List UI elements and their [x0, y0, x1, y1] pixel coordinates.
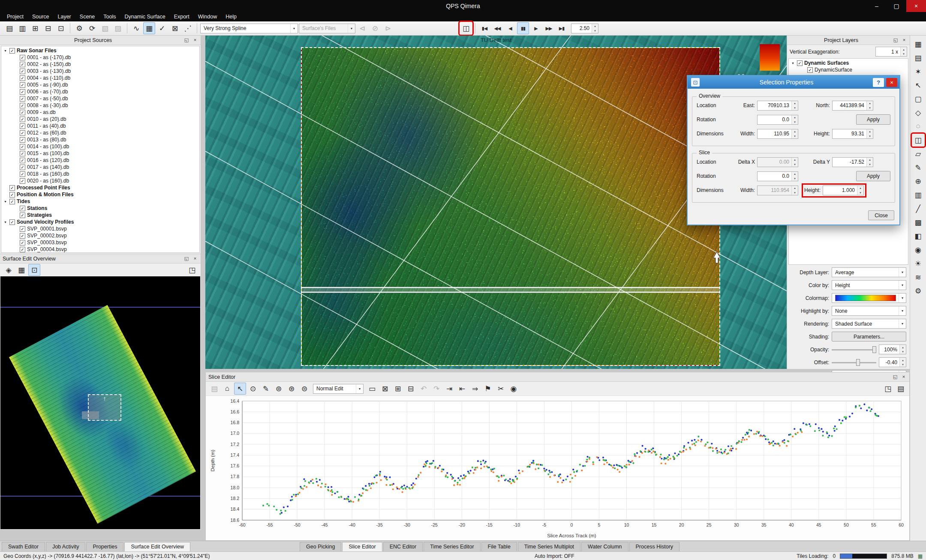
maximize-button[interactable]: ▢	[887, 0, 906, 12]
tree-item-0017-as-140-db[interactable]: ✓0017 - as (140).db	[1, 164, 199, 171]
menu-layer[interactable]: Layer	[54, 13, 75, 21]
undock-panel-icon[interactable]: ◱	[183, 256, 189, 261]
fast-forward-icon[interactable]: ▶▶	[543, 22, 555, 34]
close-button[interactable]: ×	[906, 0, 926, 12]
tab-process-history[interactable]: Process History	[629, 542, 680, 551]
tree-item-0013-as-80-db[interactable]: ✓0013 - as (80).db	[1, 136, 199, 143]
spinner-arrows-icon[interactable]: ▴▾	[857, 186, 863, 195]
cursor-tool-icon[interactable]: ↖	[912, 79, 924, 91]
undock-panel-icon[interactable]: ◱	[892, 374, 898, 380]
checkbox-icon[interactable]: ✓	[20, 233, 25, 239]
tab-enc-editor[interactable]: ENC Editor	[383, 542, 423, 551]
pick-area-icon[interactable]: ⊜	[298, 383, 310, 395]
checkbox-icon[interactable]: ✓	[20, 110, 25, 115]
spinner-arrows-icon[interactable]: ▴▾	[866, 101, 873, 110]
tab-job-activity[interactable]: Job Activity	[46, 542, 86, 551]
shift-forward-icon[interactable]: ⇥	[443, 383, 455, 395]
reject-grid-icon[interactable]: ⊞	[392, 383, 404, 395]
checkbox-icon[interactable]: ✓	[20, 89, 25, 95]
checkbox-icon[interactable]: ✓	[20, 137, 25, 143]
scissors-icon[interactable]: ✂	[495, 383, 507, 395]
slider-thumb[interactable]	[872, 346, 876, 353]
eraser-icon[interactable]: ▭	[366, 383, 378, 395]
tree-item-0020-as-160-db[interactable]: ✓0020 - as (160).db	[1, 177, 199, 184]
highlight-by-combo[interactable]: None▾	[832, 306, 906, 316]
tree-item-tides[interactable]: ▾✓Tides	[1, 198, 199, 205]
seo-export-icon[interactable]: ◳	[186, 264, 198, 276]
overview-apply-button[interactable]: Apply	[856, 114, 890, 125]
reprocess-icon[interactable]: ⟳	[86, 22, 98, 34]
pencil-edit-icon[interactable]: ✎	[260, 383, 272, 395]
play-icon[interactable]: ▶	[530, 22, 542, 34]
tree-item-0004-as-110-db[interactable]: ✓0004 - as (-110).db	[1, 75, 199, 81]
tab-slice-editor[interactable]: Slice Editor	[342, 542, 382, 551]
tree-item-dynamicsurface[interactable]: ✓DynamicSurface	[789, 66, 908, 73]
add-raw-sonar-icon[interactable]: ⊞	[29, 22, 41, 34]
tree-item-0014-as-100-db[interactable]: ✓0014 - as (100).db	[1, 143, 199, 150]
water-column-icon[interactable]: ≋	[912, 271, 924, 283]
undock-panel-icon[interactable]: ◱	[893, 37, 899, 43]
menu-dynamic-surface[interactable]: Dynamic Surface	[120, 13, 169, 21]
checkbox-icon[interactable]: ✓	[20, 213, 25, 218]
spinner-arrows-icon[interactable]: ▴▾	[592, 24, 598, 33]
lasso-select-icon[interactable]: ◌	[912, 120, 924, 132]
tree-item-0006-as-70-db[interactable]: ✓0006 - as (-70).db	[1, 88, 199, 95]
east-field[interactable]: 70910.13▴▾	[757, 101, 798, 111]
tree-item-0012-as-60-db[interactable]: ✓0012 - as (60).db	[1, 129, 199, 136]
zoom-tool-icon[interactable]: ⊙	[247, 383, 259, 395]
slider-thumb[interactable]	[856, 359, 860, 366]
menu-export[interactable]: Export	[170, 13, 194, 21]
surface-edit-overview-viewport[interactable]: ↑	[0, 276, 200, 529]
accept-forward-icon[interactable]: ⇒	[469, 383, 481, 395]
open-project-icon[interactable]: ▥	[16, 22, 28, 34]
slice-profile-icon[interactable]: ◫	[912, 134, 924, 146]
poly-select-icon[interactable]: ◇	[912, 107, 924, 119]
tree-item-svp-00002-bsvp[interactable]: ✓SVP_00002.bsvp	[1, 232, 199, 239]
menu-window[interactable]: Window	[194, 13, 221, 21]
spinner-arrows-icon[interactable]: ▴▾	[791, 115, 798, 124]
slice-chart-wrap[interactable]: -60-55-50-45-40-35-30-25-20-15-10-505101…	[206, 396, 909, 540]
tree-item-0018-as-160-db[interactable]: ✓0018 - as (160).db	[1, 171, 199, 177]
checkbox-icon[interactable]: ✓	[20, 69, 25, 74]
tree-item-0015-as-100-db[interactable]: ✓0015 - as (100).db	[1, 150, 199, 157]
ruler-icon[interactable]: ╱	[912, 203, 924, 215]
spinner-arrows-icon[interactable]: ▴▾	[791, 101, 798, 110]
go-first-icon[interactable]: ▮◀	[478, 22, 490, 34]
colormap-icon[interactable]: ▩	[912, 216, 924, 228]
expand-arrow-icon[interactable]: ▾	[3, 49, 8, 53]
tree-item-svp-00004-bsvp[interactable]: ✓SVP_00004.bsvp	[1, 246, 199, 253]
step-back-icon[interactable]: ◀	[504, 22, 516, 34]
checkbox-icon[interactable]: ✓	[9, 185, 15, 191]
import-data-icon[interactable]: ⊡	[55, 22, 67, 34]
tree-item-dynamic-surfaces[interactable]: ▾✓Dynamic Surfaces	[789, 60, 908, 66]
tree-item-processed-point-files[interactable]: ✓Processed Point Files	[1, 184, 199, 191]
config-icon[interactable]: ⚙	[912, 285, 924, 297]
checkbox-icon[interactable]: ✓	[20, 240, 25, 246]
checkbox-icon[interactable]: ✓	[20, 62, 25, 67]
rotation-field[interactable]: 0.0▴▾	[757, 115, 798, 125]
checkbox-icon[interactable]: ✓	[797, 60, 803, 66]
pick-point-icon[interactable]: ⊚	[273, 383, 285, 395]
dialog-title-bar[interactable]: ⊡ Selection Properties ? ×	[688, 76, 899, 89]
seo-pan-icon[interactable]: ⊡	[28, 264, 40, 276]
slice-apply-button[interactable]: Apply	[856, 171, 890, 181]
tree-item-0003-as-130-db[interactable]: ✓0003 - as (-130).db	[1, 68, 199, 75]
expand-arrow-icon[interactable]: ▾	[791, 61, 795, 65]
checkbox-icon[interactable]: ✓	[20, 151, 25, 156]
snapshot-icon[interactable]: ◉	[912, 244, 924, 256]
close-panel-icon[interactable]: ×	[901, 374, 907, 380]
grid-tool-icon[interactable]: ⊠	[169, 22, 181, 34]
slice-tool-icon[interactable]: ⋰	[182, 22, 194, 34]
snapshot-icon[interactable]: ◉	[508, 383, 520, 395]
shift-back-icon[interactable]: ⇤	[456, 383, 468, 395]
tree-item-stations[interactable]: ✓Stations	[1, 205, 199, 212]
dynamic-surface-icon[interactable]: ▦	[143, 22, 155, 34]
dialog-close-button[interactable]: Close	[868, 210, 894, 220]
tab-properties[interactable]: Properties	[86, 542, 123, 551]
spinner-arrows-icon[interactable]: ▴▾	[899, 345, 906, 354]
seo-grid-icon[interactable]: ▦	[15, 264, 27, 276]
seo-target-icon[interactable]: ◈	[3, 264, 15, 276]
brush-tool-icon[interactable]: ✎	[912, 162, 924, 174]
slice-chart[interactable]: -60-55-50-45-40-35-30-25-20-15-10-505101…	[206, 396, 909, 541]
menu-tools[interactable]: Tools	[99, 13, 120, 21]
